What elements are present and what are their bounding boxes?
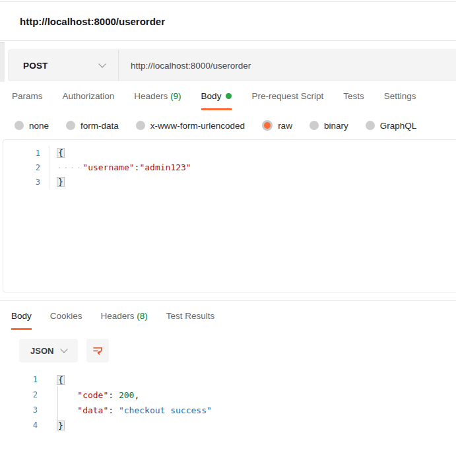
response-tab-headers[interactable]: Headers (8)	[101, 311, 148, 330]
tab-label: Tests	[343, 91, 364, 101]
line-number: 3	[3, 175, 49, 189]
code-line: 3}	[3, 175, 456, 189]
code-token: 200	[119, 390, 134, 400]
line-number: 4	[0, 418, 46, 433]
code-line: 4}	[0, 418, 456, 433]
radio-icon	[366, 121, 375, 130]
body-mode-label: raw	[278, 121, 292, 131]
code-content: "code": 200,	[46, 388, 139, 403]
response-tab-test-results[interactable]: Test Results	[166, 311, 215, 330]
code-line: 1{	[3, 146, 456, 160]
response-body-viewer: 1{2 "code": 200,3 "data": "checkout succ…	[0, 372, 456, 433]
request-url-bar: POST http://localhost:8000/userorder	[8, 50, 456, 81]
url-input[interactable]: http://localhost:8000/userorder	[119, 50, 456, 81]
code-token: "code"	[77, 390, 108, 400]
code-line: 2 "code": 200,	[0, 388, 456, 403]
method-label: POST	[23, 61, 48, 71]
response-tab-cookies[interactable]: Cookies	[50, 311, 82, 330]
indent-guide	[57, 386, 58, 420]
body-mode-binary[interactable]: binary	[309, 121, 348, 131]
radio-icon	[309, 121, 319, 130]
request-tabs: ParamsAuthorizationHeaders (9)BodyPre-re…	[0, 91, 456, 110]
response-tab-label: Headers	[101, 311, 135, 321]
code-token: :	[108, 405, 119, 415]
tab-settings[interactable]: Settings	[384, 91, 416, 110]
code-token: {	[57, 148, 65, 158]
body-mode-label: none	[29, 121, 49, 131]
body-mode-label: x-www-form-urlencoded	[150, 121, 245, 131]
code-token	[57, 405, 77, 415]
code-token: :	[108, 390, 119, 400]
body-mode-options: noneform-datax-www-form-urlencodedrawbin…	[0, 112, 456, 139]
code-line: 1{	[0, 372, 456, 388]
body-mode-graphql[interactable]: GraphQL	[366, 121, 417, 131]
code-token: "username"	[82, 162, 134, 172]
response-toolbar: JSON	[11, 339, 456, 362]
tab-label: Settings	[384, 91, 416, 101]
wrap-lines-button[interactable]	[86, 339, 109, 362]
postman-app: { "colors": { "accent_orange": "#ff6c37"…	[0, 0, 456, 476]
response-tabs: BodyCookiesHeaders (8)Test Results	[0, 301, 456, 330]
body-mode-raw[interactable]: raw	[262, 120, 292, 131]
method-dropdown[interactable]: POST	[9, 50, 118, 81]
tab-authorization[interactable]: Authorization	[63, 91, 115, 110]
chevron-down-icon	[98, 60, 106, 67]
code-content: "data": "checkout success"	[46, 403, 212, 418]
tab-body[interactable]: Body	[201, 91, 232, 110]
code-token: ,	[134, 390, 139, 400]
chevron-down-icon	[61, 345, 68, 353]
code-content: ····"username":"admin123"	[49, 160, 191, 175]
response-tab-label: Cookies	[50, 311, 82, 321]
code-token: }	[57, 421, 65, 430]
request-title: http://localhost:8000/userorder	[20, 16, 165, 27]
url-value: http://localhost:8000/userorder	[131, 61, 251, 71]
tab-label: Authorization	[63, 91, 115, 101]
tab-tests[interactable]: Tests	[343, 91, 364, 110]
body-mode-form-data[interactable]: form-data	[66, 121, 119, 131]
code-token: ····	[57, 162, 82, 172]
code-line: 3 "data": "checkout success"	[0, 403, 456, 418]
wrap-lines-icon	[92, 345, 104, 357]
body-mode-label: form-data	[81, 121, 119, 131]
body-status-dot-icon	[226, 93, 232, 99]
request-body-editor[interactable]: 1{2····"username":"admin123"3}	[3, 139, 456, 292]
code-token: "checkout success"	[119, 405, 212, 415]
radio-icon	[66, 121, 75, 130]
body-mode-none[interactable]: none	[15, 121, 49, 131]
response-tab-label: Body	[11, 311, 32, 321]
tab-label: Body	[201, 91, 222, 101]
radio-icon	[262, 120, 273, 131]
format-dropdown[interactable]: JSON	[19, 339, 78, 362]
tab-label: Headers	[134, 91, 168, 101]
tab-pre-request-script[interactable]: Pre-request Script	[251, 91, 323, 110]
code-content: }	[49, 175, 65, 189]
code-line: 2····"username":"admin123"	[3, 160, 456, 175]
line-number: 2	[0, 388, 46, 403]
tab-headers[interactable]: Headers (9)	[134, 91, 181, 110]
line-number: 3	[0, 403, 46, 418]
code-token	[57, 390, 77, 400]
code-token: "data"	[77, 405, 108, 415]
tab-label: Pre-request Script	[251, 91, 323, 101]
radio-icon	[136, 121, 145, 130]
response-tab-body[interactable]: Body	[11, 311, 32, 330]
tab-params[interactable]: Params	[12, 91, 43, 110]
body-mode-label: binary	[324, 121, 348, 131]
code-token: }	[57, 177, 65, 187]
line-number: 2	[3, 160, 49, 175]
line-number: 1	[0, 372, 46, 388]
radio-icon	[15, 121, 24, 130]
code-token: "admin123"	[139, 162, 191, 172]
code-token: {	[57, 375, 65, 385]
code-content: {	[46, 372, 65, 388]
format-label: JSON	[30, 346, 53, 356]
count-badge: (9)	[168, 91, 181, 101]
request-title-bar: http://localhost:8000/userorder	[0, 1, 456, 41]
count-badge: (8)	[135, 311, 148, 321]
body-mode-label: GraphQL	[380, 121, 417, 131]
response-tab-label: Test Results	[166, 311, 215, 321]
code-content: {	[49, 146, 65, 160]
tab-label: Params	[12, 91, 43, 101]
line-number: 1	[3, 146, 49, 160]
body-mode-x-www-form-urlencoded[interactable]: x-www-form-urlencoded	[136, 121, 245, 131]
